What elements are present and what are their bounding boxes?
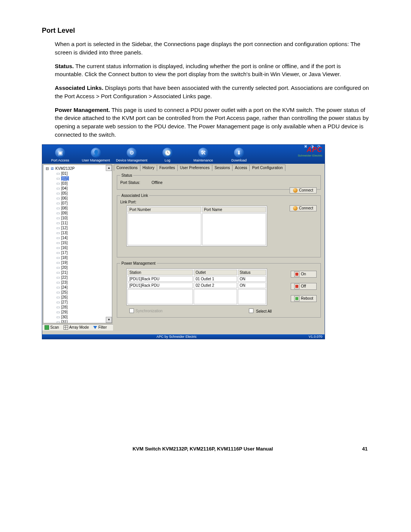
tree-port[interactable]: ▭ [31]	[46, 320, 111, 323]
tab-port-configuration[interactable]: Port Configuration	[249, 165, 285, 171]
tree-port[interactable]: ▭ [28]	[46, 305, 111, 310]
tree-port[interactable]: ▭ [17]	[46, 250, 111, 255]
tab-favorites[interactable]: Favorites	[157, 165, 178, 171]
tree-port[interactable]: ▭ [30]	[46, 315, 111, 320]
tab-connections[interactable]: Connections	[114, 165, 140, 171]
select-all-checkbox-wrap: Select All	[249, 308, 272, 313]
select-all-checkbox[interactable]	[249, 308, 253, 313]
tree-port[interactable]: ▭ [08]	[46, 206, 111, 211]
nav-download[interactable]: ⬇Download	[221, 148, 257, 164]
user-mgmt-icon: 👤	[91, 148, 101, 158]
scroll-up-icon[interactable]: ▴	[106, 165, 112, 171]
tree-port[interactable]: ▭ [21]	[46, 270, 111, 275]
port-access-icon: ▣	[55, 148, 65, 158]
tree-port[interactable]: ▭ [25]	[46, 290, 111, 295]
port-status-value: Offline	[151, 181, 162, 185]
tab-user-preferences[interactable]: User Preferences	[177, 165, 212, 171]
brand-subtitle: Schneider Electric	[298, 154, 322, 157]
bold-pm: Power Management.	[55, 107, 110, 113]
connect-icon	[293, 206, 298, 211]
tree-port[interactable]: ▭ [26]	[46, 295, 111, 300]
tree-port[interactable]: ▭ [14]	[46, 235, 111, 240]
tree-port[interactable]: ▭ [27]	[46, 300, 111, 305]
tree-port[interactable]: ▭ [29]	[46, 310, 111, 315]
assoc-legend: Associated Link	[120, 193, 149, 198]
download-icon: ⬇	[234, 148, 244, 158]
footer-center: APC by Schneider Electric	[156, 335, 197, 339]
scan-button[interactable]: Scan	[42, 325, 61, 330]
tree-port[interactable]: ▭ [20]	[46, 265, 111, 270]
maintenance-icon: 🛠	[198, 148, 208, 158]
tab-access[interactable]: Access	[232, 165, 250, 171]
status-group: Status Port Status: Offline Connect	[117, 173, 321, 190]
tree-root[interactable]: ⊟ 🖥 KVM2132P	[46, 166, 111, 171]
tree-port[interactable]: ▭ [05]	[46, 191, 111, 196]
tree-port[interactable]: ▭ [22]	[46, 275, 111, 280]
tree-port[interactable]: ▭ [09]	[46, 211, 111, 216]
main-panel: Connections History Favorites User Prefe…	[113, 164, 325, 334]
col-outlet: Outlet	[194, 270, 237, 275]
footer-title: KVM Switch KVM2132P, KVM2116P, KVM1116P …	[132, 446, 273, 452]
nav-port-access[interactable]: ▣Port Access	[42, 148, 78, 164]
tree-port[interactable]: ▭ [01]	[46, 171, 111, 176]
scan-icon	[45, 325, 49, 330]
col-status: Status	[238, 270, 266, 275]
tree-port[interactable]: ▭ [11]	[46, 220, 111, 225]
tree-port[interactable]: ▭ [04]	[46, 186, 111, 191]
table-row[interactable]: [PDU1]Rack PDU 01 Outlet 1 ON	[127, 276, 266, 282]
app-screenshot: ✖ ◑ ⟳ ▣Port Access 👤User Management ⚙Dev…	[42, 144, 325, 339]
nav-maintenance[interactable]: 🛠Maintenance	[185, 148, 221, 164]
tree-port[interactable]: ▭ [24]	[46, 285, 111, 290]
nav-user-management[interactable]: 👤User Management	[78, 148, 114, 164]
assoc-connect-button[interactable]: Connect	[290, 205, 317, 211]
tree-port[interactable]: ▭ [18]	[46, 255, 111, 260]
tree-port[interactable]: ▭ [23]	[46, 280, 111, 285]
col-port-number: Port Number	[127, 207, 201, 212]
tree-port[interactable]: ▭ [19]	[46, 260, 111, 265]
bold-associated: Associated Links.	[55, 85, 104, 91]
tree-port[interactable]: ▭ [12]	[46, 225, 111, 230]
col-port-name: Port Name	[202, 207, 266, 212]
tree-port[interactable]: ▭ [03]	[46, 181, 111, 186]
tabstrip: Connections History Favorites User Prefe…	[114, 165, 324, 171]
funnel-icon	[93, 326, 97, 329]
tree-port[interactable]: ▭ [10]	[46, 216, 111, 220]
paragraph-associated-links: Associated Links. Displays ports that ha…	[55, 84, 369, 101]
nav-device-management[interactable]: ⚙Device Management	[114, 148, 150, 164]
scroll-down-icon[interactable]: ▾	[106, 317, 112, 323]
tab-sessions[interactable]: Sessions	[212, 165, 233, 171]
filter-button[interactable]: Filter	[91, 325, 109, 329]
power-on-icon	[294, 272, 299, 277]
tree-port[interactable]: ▭ [02]	[46, 176, 111, 181]
nav-log[interactable]: 🕓Log	[150, 148, 185, 164]
paragraph-intro: When a port is selected in the Sidebar, …	[55, 40, 369, 57]
off-button[interactable]: Off	[291, 283, 317, 290]
app-footer: APC by Schneider Electric V1.0.070	[42, 334, 325, 339]
power-off-icon	[294, 284, 299, 289]
heading-port-level: Port Level	[42, 27, 369, 35]
paragraph-power-management: Power Management. This page is used to c…	[55, 106, 369, 139]
reboot-button[interactable]: Reboot	[291, 295, 317, 302]
tree-port[interactable]: ▭ [15]	[46, 240, 111, 245]
device-mgmt-icon: ⚙	[127, 148, 137, 158]
brand-logo: APC Schneider Electric	[298, 146, 322, 157]
tree-port[interactable]: ▭ [16]	[46, 245, 111, 250]
text-status: The current status information is displa…	[55, 63, 341, 78]
sync-checkbox[interactable]	[129, 308, 134, 313]
on-button[interactable]: On	[291, 271, 317, 278]
sidebar-footer: Scan Array Mode Filter	[42, 324, 113, 331]
sidebar-tree[interactable]: ▴ ⊟ 🖥 KVM2132P▭ [01]▭ [02]▭ [03]▭ [04]▭ …	[43, 165, 112, 323]
sync-label: Synchronization	[135, 309, 162, 313]
pm-table: Station Outlet Status [PDU1]Rack PDU 01 …	[126, 268, 267, 305]
connect-button[interactable]: Connect	[290, 187, 317, 193]
array-mode-button[interactable]: Array Mode	[61, 325, 91, 330]
port-status-label: Port Status:	[120, 181, 140, 185]
brand-apc: APC	[298, 146, 322, 154]
status-legend: Status	[120, 173, 133, 177]
table-row[interactable]: [PDU1]Rack PDU 02 Outlet 2 ON	[127, 283, 266, 288]
page-footer: KVM Switch KVM2132P, KVM2116P, KVM1116P …	[42, 446, 369, 452]
tree-port[interactable]: ▭ [07]	[46, 201, 111, 206]
tree-port[interactable]: ▭ [06]	[46, 196, 111, 201]
tab-history[interactable]: History	[140, 165, 157, 171]
tree-port[interactable]: ▭ [13]	[46, 230, 111, 235]
